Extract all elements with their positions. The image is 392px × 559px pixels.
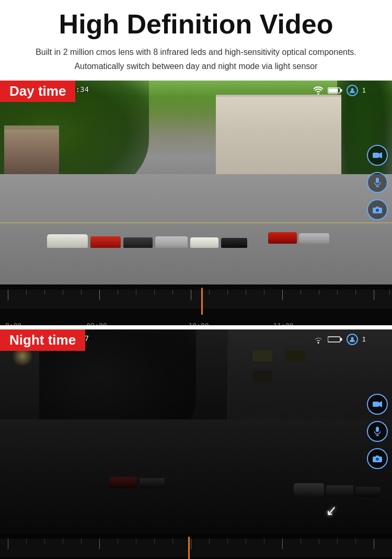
svg-rect-30 — [355, 290, 356, 295]
day-ground — [0, 174, 392, 284]
svg-rect-48 — [99, 539, 100, 549]
day-cars-row — [47, 234, 247, 248]
day-mic-btn[interactable] — [367, 172, 388, 193]
svg-rect-52 — [172, 539, 173, 544]
svg-rect-53 — [191, 539, 191, 549]
day-car-right-silver — [299, 233, 329, 244]
day-car-dark1 — [123, 237, 153, 248]
svg-rect-60 — [319, 539, 319, 544]
svg-rect-2 — [340, 89, 342, 92]
svg-rect-12 — [26, 290, 27, 295]
night-section: Night time — [0, 329, 392, 559]
camera-icon — [373, 206, 382, 213]
day-user-count: 1 — [362, 86, 366, 94]
night-camera-btn[interactable] — [367, 448, 388, 469]
svg-rect-18 — [136, 290, 136, 295]
day-road-line — [0, 222, 392, 223]
day-tl-label-1100: 11:00 — [273, 322, 293, 325]
night-badge: Night time — [0, 329, 85, 351]
svg-point-10 — [377, 210, 378, 211]
night-wifi-icon — [313, 335, 324, 344]
svg-rect-33 — [328, 337, 340, 342]
day-shed — [4, 126, 59, 178]
day-tl-label-900: 09:00 — [86, 322, 107, 325]
svg-point-3 — [351, 88, 353, 90]
night-tl-cursor — [188, 537, 190, 559]
night-car-red-tinted — [110, 477, 137, 488]
night-camera-view: ↙ 02-20-2019 23:14:27 — [0, 329, 392, 533]
page-subtitle: Built in 2 million cmos lens with 8 infr… — [18, 45, 374, 73]
day-tl-track: // rendered inline via the SVG — [0, 290, 392, 309]
day-car-silver — [155, 236, 188, 248]
svg-rect-51 — [154, 539, 155, 544]
night-cars-mid — [110, 477, 165, 488]
svg-rect-16 — [99, 290, 100, 300]
svg-rect-19 — [154, 290, 155, 295]
svg-rect-38 — [376, 427, 379, 432]
night-video-btn[interactable] — [367, 394, 388, 415]
svg-rect-21 — [191, 290, 191, 300]
svg-point-42 — [377, 459, 378, 460]
svg-point-35 — [351, 337, 353, 339]
night-mic-btn[interactable] — [367, 421, 388, 442]
battery-icon — [328, 87, 342, 94]
svg-rect-56 — [246, 539, 246, 544]
svg-rect-4 — [373, 153, 379, 158]
svg-rect-34 — [340, 338, 342, 340]
day-right-controls[interactable] — [367, 145, 388, 220]
day-user-icon — [347, 85, 358, 96]
svg-rect-61 — [337, 539, 338, 544]
night-car-dark — [355, 487, 381, 497]
day-tl-cursor — [201, 288, 203, 315]
svg-rect-29 — [337, 290, 338, 295]
svg-rect-54 — [209, 539, 210, 544]
svg-rect-22 — [209, 290, 210, 295]
svg-rect-14 — [63, 290, 63, 295]
day-camera-view: 02-14-2019 09:56:34 — [0, 81, 392, 284]
svg-marker-5 — [379, 152, 382, 158]
night-tl-track — [0, 539, 392, 557]
svg-rect-26 — [282, 290, 283, 300]
microphone-icon — [374, 178, 381, 187]
night-timeline — [0, 533, 392, 559]
svg-rect-6 — [376, 178, 379, 183]
night-car-van — [294, 483, 324, 497]
day-car-white2 — [190, 237, 218, 248]
day-building — [216, 95, 341, 180]
svg-rect-17 — [118, 290, 118, 295]
day-camera-btn[interactable] — [367, 199, 388, 220]
night-hud-icons: 1 — [313, 334, 366, 345]
svg-rect-47 — [81, 539, 82, 544]
svg-marker-37 — [379, 401, 382, 407]
night-cars-row — [294, 483, 381, 497]
svg-rect-13 — [44, 290, 45, 295]
day-car-dark2 — [221, 238, 247, 248]
svg-rect-31 — [374, 290, 374, 300]
svg-rect-49 — [118, 539, 118, 544]
svg-rect-45 — [44, 539, 45, 544]
page-title: High Definition Video — [16, 9, 376, 39]
header-section: High Definition Video Built in 2 million… — [0, 0, 392, 81]
day-tl-label-800: 8:00 — [5, 322, 21, 325]
svg-rect-23 — [227, 290, 228, 295]
svg-rect-43 — [8, 539, 8, 549]
svg-rect-55 — [227, 539, 228, 544]
svg-rect-50 — [136, 539, 136, 544]
svg-rect-32 — [389, 290, 390, 295]
svg-rect-44 — [26, 539, 27, 544]
night-right-controls[interactable] — [367, 394, 388, 469]
night-battery-icon — [328, 336, 342, 343]
night-camera-icon — [373, 455, 382, 462]
svg-rect-63 — [374, 539, 374, 549]
night-car-suv — [326, 485, 353, 497]
video-camera-icon — [373, 152, 382, 159]
svg-rect-15 — [81, 290, 82, 295]
svg-rect-57 — [264, 539, 264, 544]
night-cursor-arrow: ↙ — [325, 502, 338, 519]
day-car-right-red — [268, 232, 297, 244]
night-user-icon — [347, 334, 358, 345]
day-video-btn[interactable] — [367, 145, 388, 166]
day-car-white-van — [47, 234, 88, 248]
night-video-camera-icon — [373, 401, 382, 408]
night-microphone-icon — [374, 427, 381, 436]
